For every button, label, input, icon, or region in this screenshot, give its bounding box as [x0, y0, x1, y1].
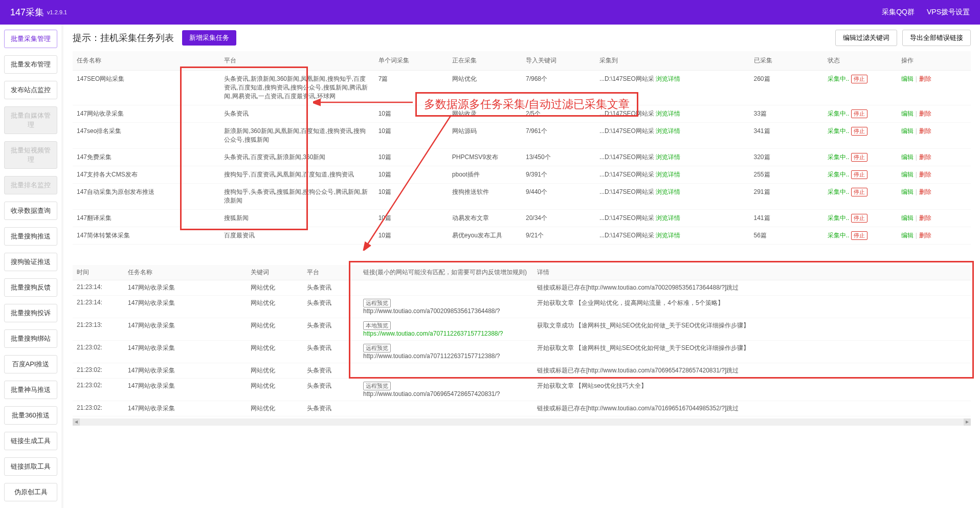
- preview-badge[interactable]: 远程预览: [363, 299, 391, 307]
- scroll-left-icon[interactable]: ◂: [73, 418, 80, 426]
- edit-link[interactable]: 编辑: [901, 110, 914, 117]
- sidebar-item-1[interactable]: 批量发布管理: [4, 55, 57, 74]
- log-url[interactable]: https://www.toutiao.com/a707112263715771…: [363, 330, 503, 337]
- task-ops: 编辑|删除: [897, 149, 971, 166]
- header-link-vps[interactable]: VPS拨号设置: [927, 8, 970, 17]
- browse-detail-link[interactable]: 浏览详情: [654, 232, 680, 239]
- delete-link[interactable]: 删除: [919, 127, 931, 135]
- task-cell-4: 9/21个: [522, 227, 595, 245]
- task-cell-0: 147自动采集为原创发布推送: [73, 184, 220, 210]
- task-cell-4: 7/961个: [522, 123, 595, 149]
- log-link: 本地预览https://www.toutiao.com/a70711226371…: [359, 318, 533, 341]
- task-cell-6: 320篇: [750, 149, 823, 166]
- edit-link[interactable]: 编辑: [901, 171, 914, 178]
- task-dest: ...D:\147SEO网站采 浏览详情: [595, 210, 749, 227]
- sidebar-item-12[interactable]: 百度API推送: [4, 355, 57, 373]
- browse-detail-link[interactable]: 浏览详情: [654, 127, 680, 135]
- log-task: 147网站收录采集: [124, 280, 247, 296]
- preview-badge[interactable]: 远程预览: [363, 344, 391, 352]
- stop-button[interactable]: 停止: [851, 127, 867, 136]
- delete-link[interactable]: 删除: [919, 188, 931, 195]
- stop-button[interactable]: 停止: [851, 109, 867, 118]
- browse-detail-link[interactable]: 浏览详情: [654, 171, 680, 178]
- task-cell-2: 10篇: [374, 149, 448, 166]
- log-kw: 网站优化: [247, 318, 303, 341]
- stop-button[interactable]: 停止: [851, 75, 867, 83]
- log-url[interactable]: http://www.toutiao.com/a7002098535617364…: [363, 307, 500, 315]
- edit-link[interactable]: 编辑: [901, 232, 914, 239]
- edit-link[interactable]: 编辑: [901, 188, 914, 195]
- browse-detail-link[interactable]: 浏览详情: [654, 153, 680, 161]
- stop-button[interactable]: 停止: [851, 188, 867, 196]
- sidebar-item-17[interactable]: 伪原创工具: [4, 483, 57, 501]
- task-cell-4: 9/391个: [522, 166, 595, 184]
- browse-detail-link[interactable]: 浏览详情: [654, 188, 680, 195]
- task-col-2: 单个词采集: [374, 51, 448, 71]
- edit-link[interactable]: 编辑: [901, 75, 914, 82]
- delete-link[interactable]: 删除: [919, 110, 931, 117]
- task-cell-6: 291篇: [750, 184, 823, 210]
- sidebar-item-6[interactable]: 收录数据查询: [4, 202, 57, 220]
- sidebar-item-2[interactable]: 发布站点监控: [4, 81, 57, 99]
- delete-link[interactable]: 删除: [919, 153, 931, 161]
- dest-path: ...D:\147SEO网站采: [599, 153, 654, 161]
- task-cell-3: PHPCMSV9发布: [448, 149, 522, 166]
- stop-button[interactable]: 停止: [851, 231, 867, 240]
- scroll-right-icon[interactable]: ▸: [964, 418, 971, 426]
- delete-link[interactable]: 删除: [919, 171, 931, 178]
- log-url[interactable]: http://www.toutiao.com/a7069654728657420…: [363, 390, 500, 397]
- task-status: 采集中..停止: [823, 210, 897, 227]
- delete-link[interactable]: 删除: [919, 232, 931, 239]
- edit-link[interactable]: 编辑: [901, 214, 914, 222]
- task-cell-1: 搜狗知乎,百度资讯,凤凰新闻,百度知道,搜狗资讯: [220, 166, 374, 184]
- sidebar-item-0[interactable]: 批量采集管理: [4, 30, 57, 48]
- task-cell-1: 新浪新闻,360新闻,凤凰新闻,百度知道,搜狗资讯,搜狗公众号,搜狐新闻: [220, 123, 374, 149]
- task-row: 147支持各大CMS发布搜狗知乎,百度资讯,凤凰新闻,百度知道,搜狗资讯10篇p…: [73, 166, 971, 184]
- log-row: 21:23:14:147网站收录采集网站优化头条资讯远程预览http://www…: [73, 296, 971, 318]
- status-text: 采集中..: [828, 232, 850, 239]
- sidebar-item-10[interactable]: 批量搜狗投诉: [4, 304, 57, 322]
- horizontal-scrollbar[interactable]: ◂ ▸: [73, 418, 971, 426]
- preview-badge[interactable]: 远程预览: [363, 382, 391, 390]
- log-time: 21:23:02:: [73, 363, 124, 379]
- log-time: 21:23:02:: [73, 401, 124, 416]
- status-text: 采集中..: [828, 110, 850, 117]
- preview-badge[interactable]: 本地预览: [363, 321, 391, 330]
- log-kw: 网站优化: [247, 296, 303, 318]
- sidebar-item-16[interactable]: 链接抓取工具: [4, 457, 57, 476]
- export-errors-button[interactable]: 导出全部错误链接: [902, 30, 971, 46]
- log-time: 21:23:02:: [73, 341, 124, 363]
- delete-link[interactable]: 删除: [919, 75, 931, 82]
- stop-button[interactable]: 停止: [851, 153, 867, 162]
- sidebar-item-9[interactable]: 批量搜狗反馈: [4, 278, 57, 297]
- task-cell-1: 头条资讯,新浪新闻,360新闻,凤凰新闻,搜狗知乎,百度资讯,百度知道,搜狗资讯…: [220, 71, 374, 105]
- sidebar-item-13[interactable]: 批量神马推送: [4, 381, 57, 399]
- log-url[interactable]: http://www.toutiao.com/a7071122637157712…: [363, 352, 500, 360]
- header-link-qq[interactable]: 采集QQ群: [882, 8, 915, 17]
- task-cell-6: 33篇: [750, 105, 823, 123]
- delete-link[interactable]: 删除: [919, 214, 931, 222]
- edit-link[interactable]: 编辑: [901, 127, 914, 135]
- sidebar-item-14[interactable]: 批量360推送: [4, 406, 57, 425]
- edit-filter-button[interactable]: 编辑过滤关键词: [835, 30, 897, 46]
- browse-detail-link[interactable]: 浏览详情: [654, 214, 680, 222]
- stop-button[interactable]: 停止: [851, 214, 867, 223]
- sidebar-item-11[interactable]: 批量搜狗绑站: [4, 329, 57, 348]
- sidebar-item-7[interactable]: 批量搜狗推送: [4, 227, 57, 246]
- status-text: 采集中..: [828, 214, 850, 222]
- sidebar-item-15[interactable]: 链接生成工具: [4, 432, 57, 450]
- log-time: 21:23:13:: [73, 318, 124, 341]
- task-ops: 编辑|删除: [897, 105, 971, 123]
- new-task-button[interactable]: 新增采集任务: [182, 30, 236, 46]
- browse-detail-link[interactable]: 浏览详情: [654, 75, 680, 82]
- stop-button[interactable]: 停止: [851, 170, 867, 179]
- task-dest: ...D:\147SEO网站采 浏览详情: [595, 227, 749, 245]
- sidebar-item-8[interactable]: 搜狗验证推送: [4, 253, 57, 271]
- log-row: 21:23:02:147网站收录采集网站优化头条资讯链接或标题已存在[http:…: [73, 363, 971, 379]
- task-cell-3: 动易发布文章: [448, 210, 522, 227]
- browse-detail-link[interactable]: 浏览详情: [654, 110, 680, 117]
- log-detail: 链接或标题已存在[http://www.toutiao.com/a7002098…: [533, 280, 971, 296]
- task-col-8: 操作: [897, 51, 971, 71]
- task-cell-3: 易优eyou发布工具: [448, 227, 522, 245]
- edit-link[interactable]: 编辑: [901, 153, 914, 161]
